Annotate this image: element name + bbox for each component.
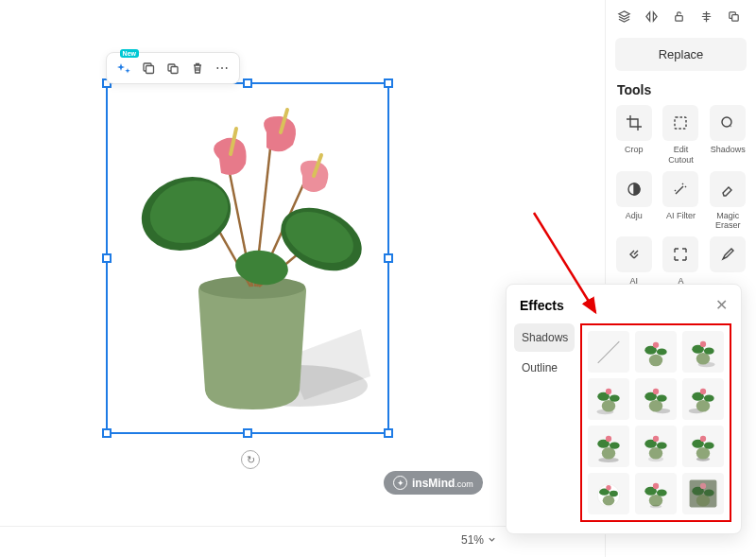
effect-thumb[interactable] — [682, 378, 724, 420]
resize-handle-b[interactable] — [243, 428, 252, 438]
svg-point-73 — [649, 495, 662, 507]
tool-adjust[interactable]: Adju — [613, 171, 655, 232]
enhance-icon — [626, 246, 643, 263]
zoom-dropdown[interactable]: 51% — [461, 533, 496, 547]
tab-outline[interactable]: Outline — [514, 354, 575, 382]
svg-point-51 — [704, 395, 714, 402]
svg-rect-21 — [732, 15, 739, 22]
layer-button[interactable] — [162, 57, 184, 79]
more-button[interactable]: ⋯ — [211, 57, 233, 79]
effect-thumb[interactable] — [588, 426, 629, 467]
svg-point-62 — [653, 436, 659, 442]
svg-point-41 — [610, 395, 620, 402]
svg-point-44 — [649, 400, 662, 412]
svg-point-31 — [657, 348, 667, 355]
crop-icon — [626, 114, 643, 131]
delete-button[interactable] — [186, 57, 209, 79]
effect-thumb[interactable] — [682, 473, 724, 514]
lock-icon[interactable] — [672, 9, 686, 26]
svg-point-46 — [657, 395, 667, 402]
flip-icon[interactable] — [644, 9, 659, 26]
effect-none[interactable] — [588, 331, 629, 373]
svg-point-69 — [603, 496, 615, 506]
effect-thumb[interactable] — [588, 378, 629, 420]
adjust-icon — [626, 181, 643, 198]
svg-point-79 — [696, 495, 710, 507]
tool-crop[interactable]: Crop — [613, 105, 655, 165]
effects-title: Effects — [520, 298, 564, 313]
tool-shadows[interactable]: Shadows — [707, 105, 748, 165]
resize-handle-tr[interactable] — [384, 78, 393, 88]
svg-point-47 — [653, 389, 659, 394]
close-icon[interactable]: ✕ — [715, 296, 728, 314]
effect-thumb[interactable] — [682, 426, 724, 467]
effects-grid-highlight — [580, 323, 731, 522]
svg-point-76 — [653, 483, 659, 489]
tool-magic-eraser[interactable]: Magic Eraser — [707, 171, 748, 232]
svg-point-57 — [606, 436, 611, 442]
tool-ai-filter[interactable]: AI Filter — [661, 171, 702, 232]
selection-box[interactable] — [106, 82, 389, 434]
svg-point-77 — [650, 505, 662, 509]
chevron-down-icon — [488, 535, 496, 544]
watermark: ✦ insMind.com — [384, 471, 483, 495]
svg-point-49 — [696, 400, 710, 412]
effect-thumb[interactable] — [635, 331, 677, 373]
svg-point-75 — [657, 490, 667, 496]
svg-rect-18 — [171, 67, 178, 74]
resize-handle-bl[interactable] — [102, 428, 112, 438]
tool-label: Magic Eraser — [715, 211, 741, 232]
svg-point-42 — [606, 389, 611, 394]
effects-panel: Effects ✕ Shadows Outline — [506, 284, 742, 534]
eraser-icon — [719, 181, 736, 198]
align-icon[interactable] — [699, 9, 713, 26]
resize-handle-l[interactable] — [102, 253, 112, 263]
svg-rect-19 — [676, 16, 683, 22]
effect-thumb[interactable] — [635, 378, 677, 420]
canvas-area[interactable]: ↻ New ⋯ ✦ insMind.com — [0, 0, 506, 525]
watermark-brand: insMind — [412, 477, 455, 490]
effect-thumb[interactable] — [682, 331, 724, 373]
svg-point-29 — [649, 355, 662, 367]
ai-tool-button[interactable]: New — [112, 57, 135, 79]
tool-label: Edit Cutout — [668, 145, 694, 165]
svg-point-71 — [610, 491, 618, 496]
replace-button[interactable]: Replace — [615, 38, 747, 71]
svg-point-52 — [700, 389, 706, 394]
tool-label: Crop — [625, 145, 644, 155]
duplicate-icon[interactable] — [727, 9, 741, 26]
cutout-icon — [672, 114, 689, 131]
svg-point-64 — [696, 447, 710, 460]
tool-edit-cutout[interactable]: Edit Cutout — [661, 105, 702, 165]
rail-action-row — [606, 9, 756, 38]
plant-image[interactable] — [108, 84, 387, 432]
resize-handle-br[interactable] — [384, 428, 393, 438]
resize-handle-t[interactable] — [243, 78, 252, 88]
svg-point-66 — [704, 443, 714, 449]
effect-thumb[interactable] — [588, 473, 629, 514]
effect-thumb[interactable] — [635, 426, 677, 467]
floating-toolbar: New ⋯ — [106, 52, 240, 84]
shadows-icon — [719, 114, 736, 131]
svg-point-67 — [700, 436, 706, 442]
effects-grid — [588, 331, 724, 514]
tab-shadows[interactable]: Shadows — [514, 323, 575, 352]
copy-button[interactable] — [137, 57, 160, 79]
watermark-icon: ✦ — [393, 476, 407, 490]
svg-point-56 — [610, 443, 620, 449]
layers-icon[interactable] — [617, 9, 631, 26]
effect-thumb[interactable] — [635, 473, 677, 514]
plant-svg — [115, 93, 380, 424]
tool-label: AI Filter — [666, 211, 696, 221]
svg-point-34 — [696, 353, 710, 365]
resize-handle-r[interactable] — [384, 253, 393, 263]
svg-point-72 — [606, 485, 610, 490]
zoom-value: 51% — [461, 533, 484, 547]
svg-point-54 — [602, 447, 615, 460]
rotate-handle[interactable]: ↻ — [241, 450, 260, 469]
svg-point-39 — [602, 400, 615, 412]
effects-tabs: Shadows Outline — [507, 323, 575, 522]
svg-point-37 — [700, 341, 706, 347]
tool-label: Shadows — [711, 145, 746, 155]
svg-point-32 — [653, 342, 659, 348]
